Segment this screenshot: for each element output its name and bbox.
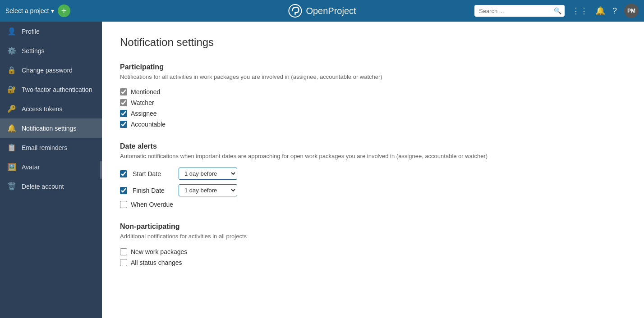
- assignee-row: Assignee: [120, 110, 626, 117]
- access-tokens-icon: 🔑: [7, 104, 16, 113]
- notification-settings-icon: 🔔: [7, 124, 16, 132]
- non-participating-desc: Additional notifications for activities …: [120, 232, 626, 241]
- assignee-label: Assignee: [131, 110, 157, 117]
- watcher-checkbox[interactable]: [120, 99, 127, 106]
- avatar-icon: 🖼️: [7, 163, 16, 171]
- search-icon: 🔍: [554, 7, 561, 14]
- participating-desc: Notifications for all activities in work…: [120, 73, 626, 81]
- add-project-button[interactable]: +: [58, 5, 70, 17]
- finish-date-label: Finish Date: [133, 187, 173, 194]
- finish-date-checkbox[interactable]: [120, 187, 127, 194]
- sidebar-item-change-password[interactable]: 🔒 Change password: [0, 60, 102, 80]
- notifications-icon[interactable]: 🔔: [595, 6, 605, 16]
- sidebar-item-avatar[interactable]: 🖼️ Avatar: [0, 157, 102, 177]
- sidebar-item-settings[interactable]: ⚙️ Settings: [0, 41, 102, 60]
- mentioned-label: Mentioned: [131, 88, 160, 95]
- two-factor-icon: 🔐: [7, 85, 16, 94]
- sidebar-item-access-tokens[interactable]: 🔑 Access tokens: [0, 99, 102, 118]
- all-status-changes-label: All status changes: [131, 259, 182, 266]
- start-date-select[interactable]: 1 day before2 days before3 days before1 …: [179, 168, 237, 180]
- svg-point-0: [289, 5, 301, 17]
- mentioned-row: Mentioned: [120, 88, 626, 95]
- non-participating-title: Non-participating: [120, 223, 626, 231]
- page-title: Notification settings: [120, 36, 626, 49]
- avatar[interactable]: PM: [624, 4, 639, 18]
- sidebar-item-delete-account[interactable]: 🗑️ Delete account: [0, 177, 102, 196]
- chevron-down-icon: ▾: [51, 7, 54, 14]
- non-participating-section: Non-participating Additional notificatio…: [120, 223, 626, 266]
- participating-title: Participating: [120, 63, 626, 71]
- sidebar-item-email-reminders[interactable]: 📋 Email reminders: [0, 138, 102, 157]
- logo-text: OpenProject: [306, 6, 356, 16]
- sidebar-item-label: Email reminders: [22, 144, 67, 151]
- sidebar-item-profile[interactable]: 👤 Profile: [0, 22, 102, 41]
- sidebar-item-label: Two-factor authentication: [22, 86, 92, 93]
- start-date-label: Start Date: [133, 170, 173, 177]
- delete-account-icon: 🗑️: [7, 182, 16, 191]
- start-date-row: Start Date 1 day before2 days before3 da…: [120, 168, 626, 180]
- participating-section: Participating Notifications for all acti…: [120, 63, 626, 128]
- date-alerts-desc: Automatic notifications when important d…: [120, 152, 626, 160]
- settings-icon: ⚙️: [7, 46, 16, 55]
- new-work-packages-label: New work packages: [131, 248, 187, 255]
- profile-icon: 👤: [7, 27, 16, 36]
- search-box[interactable]: 🔍: [474, 5, 565, 17]
- when-overdue-label: When Overdue: [131, 201, 173, 208]
- watcher-label: Watcher: [131, 99, 154, 106]
- sidebar-resize-handle[interactable]: [100, 161, 102, 179]
- start-date-checkbox[interactable]: [120, 170, 127, 177]
- sidebar-item-label: Notification settings: [22, 125, 76, 132]
- accountable-label: Accountable: [131, 121, 166, 128]
- select-project-label: Select a project: [5, 7, 49, 14]
- finish-date-select[interactable]: 1 day before2 days before3 days before1 …: [179, 184, 237, 196]
- all-status-changes-checkbox[interactable]: [120, 259, 127, 266]
- logo: OpenProject: [288, 4, 356, 18]
- accountable-checkbox[interactable]: [120, 121, 127, 128]
- top-navigation: Select a project ▾ + OpenProject 🔍 ⋮⋮ 🔔 …: [0, 0, 644, 22]
- sidebar-item-label: Change password: [22, 67, 73, 74]
- accountable-row: Accountable: [120, 121, 626, 128]
- date-alerts-title: Date alerts: [120, 142, 626, 150]
- new-work-packages-checkbox[interactable]: [120, 248, 127, 255]
- assignee-checkbox[interactable]: [120, 110, 127, 117]
- new-work-packages-row: New work packages: [120, 248, 626, 255]
- sidebar-item-label: Access tokens: [22, 105, 62, 113]
- date-alerts-section: Date alerts Automatic notifications when…: [120, 142, 626, 208]
- logo-icon: [288, 4, 302, 18]
- search-input[interactable]: [479, 8, 551, 14]
- sidebar-item-label: Delete account: [22, 183, 64, 190]
- help-icon[interactable]: ?: [612, 6, 617, 16]
- sidebar-item-two-factor[interactable]: 🔐 Two-factor authentication: [0, 80, 102, 99]
- email-reminders-icon: 📋: [7, 143, 16, 152]
- sidebar: 👤 Profile ⚙️ Settings 🔒 Change password …: [0, 22, 102, 318]
- mentioned-checkbox[interactable]: [120, 88, 127, 95]
- when-overdue-row: When Overdue: [120, 201, 626, 208]
- main-content: Notification settings Participating Noti…: [102, 22, 644, 318]
- select-project-button[interactable]: Select a project ▾: [5, 7, 54, 14]
- when-overdue-checkbox[interactable]: [120, 201, 127, 208]
- apps-icon[interactable]: ⋮⋮: [572, 6, 588, 16]
- sidebar-item-notification-settings[interactable]: 🔔 Notification settings: [0, 118, 102, 138]
- watcher-row: Watcher: [120, 99, 626, 106]
- change-password-icon: 🔒: [7, 66, 16, 74]
- sidebar-item-label: Settings: [22, 47, 45, 55]
- finish-date-row: Finish Date 1 day before2 days before3 d…: [120, 184, 626, 196]
- sidebar-item-label: Profile: [22, 28, 40, 35]
- all-status-changes-row: All status changes: [120, 259, 626, 266]
- sidebar-item-label: Avatar: [22, 164, 40, 171]
